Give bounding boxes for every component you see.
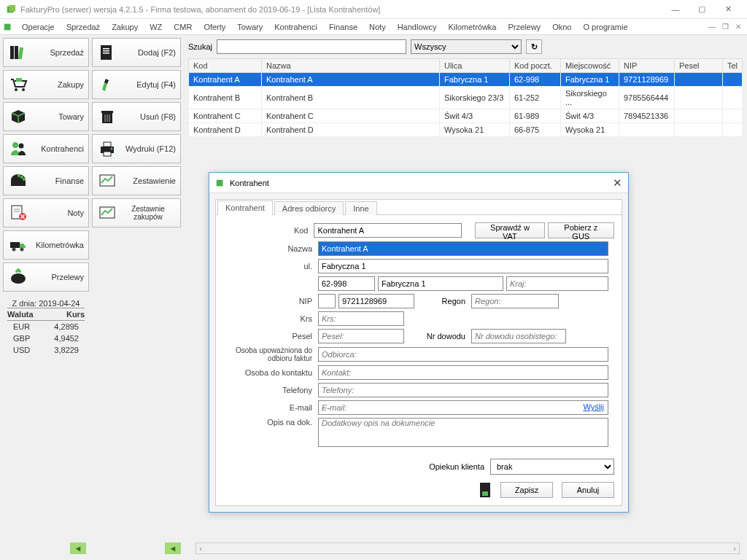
zapisz-button[interactable]: Zapisz (500, 482, 553, 498)
telefony-input[interactable] (318, 383, 608, 397)
nazwa-input[interactable] (318, 241, 608, 256)
zip-input[interactable] (318, 276, 375, 291)
menu-item[interactable]: Zakupy (106, 21, 144, 33)
arrow-left-icon[interactable]: ◄ (165, 542, 181, 554)
sidebar-przelewy[interactable]: Przelewy (3, 262, 89, 292)
opis-input[interactable] (318, 418, 608, 447)
email-input[interactable] (318, 400, 608, 415)
table-row[interactable]: Kontrahent BKontrahent BSikorskiego 23/3… (189, 87, 743, 109)
nrdowodu-input[interactable] (471, 329, 566, 343)
opiekun-select[interactable]: brak (490, 459, 614, 475)
menu-item[interactable]: Sprzedaż (61, 21, 106, 33)
svg-rect-31 (104, 114, 106, 122)
gus-button[interactable]: Pobierz z GUS (548, 222, 614, 238)
menu-icon (3, 22, 13, 32)
menu-item[interactable]: CMR (168, 21, 198, 33)
books-icon (8, 42, 28, 63)
action-zestawienie[interactable]: Zestawienie (92, 166, 181, 195)
nip-input[interactable] (338, 294, 414, 308)
city-input[interactable] (378, 276, 503, 291)
menu-item[interactable]: Kontrahenci (268, 21, 323, 33)
menu-item[interactable]: O programie (577, 21, 633, 33)
arrow-left-icon[interactable]: ◄ (70, 542, 86, 554)
kontakt-input[interactable] (318, 365, 608, 380)
maximize-button[interactable]: ▢ (689, 1, 715, 18)
sidebar-noty[interactable]: Noty (3, 198, 89, 228)
newdoc-icon (97, 42, 117, 63)
minimize-button[interactable]: — (662, 1, 689, 18)
menu-item[interactable]: Kilometrówka (442, 21, 502, 33)
horizontal-scrollbar[interactable]: ‹› (196, 542, 740, 554)
sidebar-main: Sprzedaż Zakupy Towary Kontrahenci Finan… (0, 35, 92, 545)
svg-rect-18 (10, 242, 20, 248)
menu-item[interactable]: Finanse (323, 21, 363, 33)
svg-point-7 (22, 88, 25, 91)
anuluj-button[interactable]: Anuluj (562, 482, 614, 498)
col-header[interactable]: NIP (619, 59, 674, 73)
pesel-input[interactable] (318, 329, 404, 343)
col-header[interactable]: Nazwa (262, 59, 440, 73)
menu-item[interactable]: Towary (231, 21, 268, 33)
sidebar-kilometrowka[interactable]: Kilometrówka (3, 230, 89, 260)
svg-rect-32 (107, 114, 108, 122)
close-button[interactable]: ✕ (715, 1, 741, 18)
tab-kontrahent[interactable]: Kontrahent (217, 201, 273, 215)
vat-button[interactable]: Sprawdź w VAT (475, 222, 544, 238)
svg-point-13 (23, 178, 26, 181)
menu-item[interactable]: Noty (363, 21, 392, 33)
krs-input[interactable] (318, 311, 404, 326)
nav-arrows-1: ◄ (70, 542, 86, 554)
menu-item[interactable]: WZ (144, 21, 168, 33)
col-header[interactable]: Miejscowość (560, 59, 619, 73)
col-header[interactable]: Pesel (674, 59, 722, 73)
mdi-close-icon[interactable]: ✕ (732, 22, 744, 32)
action-usun[interactable]: Usuń (F8) (92, 102, 181, 131)
search-input[interactable] (217, 39, 406, 54)
action-wydruki[interactable]: Wydruki (F12) (92, 134, 181, 163)
table-row[interactable]: Kontrahent CKontrahent CŚwit 4/361-989Św… (189, 109, 743, 123)
kod-input[interactable] (314, 223, 462, 238)
wyslij-link[interactable]: Wyślij (583, 402, 604, 411)
piggy-icon (8, 267, 28, 287)
mdi-restore-icon[interactable]: ❐ (719, 22, 731, 32)
save-icon (480, 483, 492, 497)
col-header[interactable]: Kod poczt. (509, 59, 560, 73)
sidebar-kontrahenci[interactable]: Kontrahenci (3, 134, 89, 163)
col-header[interactable]: Kod (189, 59, 262, 73)
tab-adres[interactable]: Adres odbiorcy (274, 201, 344, 215)
sidebar-sprzedaz[interactable]: Sprzedaż (3, 38, 89, 67)
odbiorca-input[interactable] (318, 347, 608, 362)
menu-item[interactable]: Operacje (16, 21, 61, 33)
dialog-close-icon[interactable]: ✕ (613, 176, 622, 190)
ulica-input[interactable] (318, 259, 608, 273)
contractor-dialog: Kontrahent ✕ Kontrahent Adres odbiorcy I… (209, 172, 629, 513)
regon-input[interactable] (471, 294, 559, 308)
action-edytuj[interactable]: Edytuj (F4) (92, 70, 181, 99)
action-dodaj[interactable]: Dodaj (F2) (92, 38, 181, 67)
table-row[interactable]: Kontrahent DKontrahent DWysoka 2166-875W… (189, 123, 743, 137)
sidebar-zakupy[interactable]: Zakupy (3, 70, 89, 99)
rate-row: USD3,8229 (7, 344, 85, 356)
menu-item[interactable]: Przelewy (503, 21, 547, 33)
filter-select[interactable]: Wszyscy (411, 39, 522, 54)
titlebar: FakturyPro (serwer) wersja 4.2.1.5 - Fir… (0, 0, 747, 19)
refresh-button[interactable]: ↻ (526, 39, 542, 54)
col-header[interactable]: Tel (722, 59, 742, 73)
menu-item[interactable]: Oferty (198, 21, 231, 33)
sidebar-towary[interactable]: Towary (3, 102, 89, 131)
sidebar-finanse[interactable]: Finanse (3, 166, 89, 195)
sidebar-actions: Dodaj (F2) Edytuj (F4) Usuń (F8) Wydruki… (92, 35, 184, 545)
mdi-minimize-icon[interactable]: — (706, 22, 718, 32)
cash-icon (8, 171, 28, 191)
tab-inne[interactable]: Inne (345, 201, 376, 215)
action-zestawienie-zakupow[interactable]: Zestawnie zakupów (92, 198, 181, 228)
svg-rect-27 (103, 50, 109, 52)
col-header[interactable]: Ulica (439, 59, 509, 73)
nip-prefix-input[interactable] (318, 294, 336, 308)
table-row[interactable]: Kontrahent AKontrahent AFabryczna 162-99… (189, 73, 743, 87)
menu-item[interactable]: Okno (546, 21, 577, 33)
svg-rect-3 (10, 46, 14, 59)
menu-item[interactable]: Handlowcy (392, 21, 443, 33)
dialog-icon (215, 178, 225, 188)
kraj-input[interactable] (506, 276, 608, 291)
